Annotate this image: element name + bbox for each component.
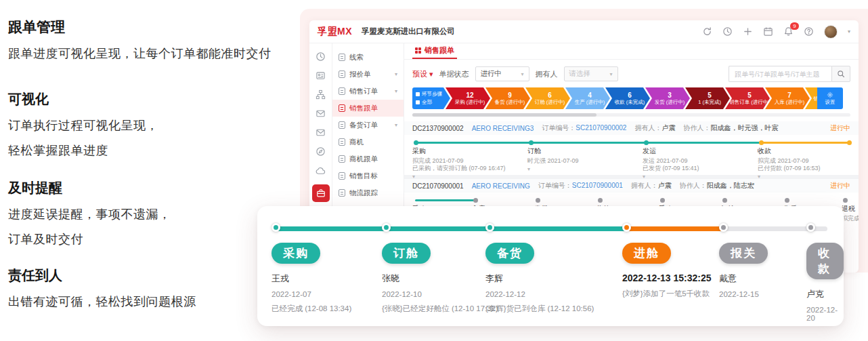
app-topbar: 孚盟MX 孚盟麦克斯进出口有限公司 9 ▾ (309, 20, 859, 43)
preset-dropdown[interactable]: 预设▾ (412, 69, 433, 79)
stage-owner: 张晓 (382, 273, 487, 285)
flow-step[interactable]: 5销售订单 (进行中) (725, 87, 770, 109)
flow-step[interactable]: 12采购 (进行中) (446, 87, 490, 109)
user-avatar[interactable] (824, 25, 838, 39)
stage-pill: 进舱 (622, 243, 671, 264)
order-stage: 采购 拟完成 2021-07-09 已采购，请安排订舱 (07-09 16:47… (412, 146, 521, 180)
page-title: 跟单管理 (8, 18, 292, 37)
stage-dot (536, 198, 540, 203)
sales-module-active-icon[interactable] (312, 184, 330, 202)
add-icon[interactable] (743, 26, 753, 37)
order-header: DC21370900002 AERO RECEIVING3 订单编号：SC210… (404, 121, 859, 135)
search-input[interactable] (729, 66, 831, 82)
stage-label: 退税 (842, 204, 859, 214)
sidebar-item-quotes[interactable]: 报价单▾ (332, 66, 404, 83)
status-select[interactable]: 进行中▾ (475, 66, 529, 81)
dashboard-clock-icon[interactable] (316, 52, 326, 62)
order-stage: 订舱 时元强 2021-07-09 ▾ (527, 146, 636, 172)
flow-step[interactable]: 9备货 (进行中) (485, 87, 530, 109)
stage-dot (529, 140, 534, 145)
stage-pill: 备货 (485, 243, 534, 264)
compass-icon[interactable] (316, 146, 326, 157)
flow-step[interactable]: 6收款 (未完成) (605, 87, 650, 109)
refresh-icon[interactable] (702, 26, 712, 37)
section-title: 责任到人 (8, 266, 292, 285)
sidebar-item-stock-orders[interactable]: 备货订单▾ (332, 117, 404, 134)
stage-detail: 已采购，请安排订舱 (07-09 16:47) (412, 165, 521, 172)
mail-secondary-icon[interactable] (316, 127, 326, 138)
order-no-link[interactable]: SC21070900001 (572, 182, 623, 189)
timeline-line-done (415, 199, 475, 201)
sidebar-item-leads[interactable]: 线索 (332, 49, 404, 66)
order-customer-link[interactable]: AERO RECEIVING (472, 182, 530, 190)
stage-note: {李辉}货已到仓库 (12-12 10:56) (485, 304, 590, 314)
flow-step[interactable]: 51 (未完成) (685, 87, 730, 109)
sidebar-item-sales-target[interactable]: 销售目标 (332, 167, 404, 184)
expand-caret[interactable]: ▾ (643, 174, 751, 180)
flow-step-label: 发货 (进行中) (649, 99, 690, 105)
sidebar-item-logistics[interactable]: 物流跟踪 (332, 184, 404, 201)
sidebar-item-label: 销售订单 (349, 87, 378, 96)
progress-node (382, 223, 391, 232)
flow-start-block[interactable]: 环节步骤 全部 (412, 87, 450, 109)
stage-flow-bar: 环节步骤 全部 12采购 (进行中) 9备货 (进行中) 6订舱 (进行中) 4… (404, 87, 859, 109)
flow-step[interactable]: 4生产 (进行中) (565, 87, 610, 109)
menu-doc-icon (339, 138, 345, 146)
progress-segment-done (386, 226, 490, 231)
flow-step[interactable]: 7入库 (进行中) (765, 87, 810, 109)
stage-date: 2022-12-20 (806, 306, 844, 322)
calendar-icon[interactable] (763, 26, 773, 37)
stage-dot (759, 140, 764, 145)
square-icon (416, 92, 420, 96)
search-button[interactable] (831, 66, 850, 82)
chevron-down-icon: ▾ (395, 71, 397, 77)
sidebar-item-sales-orders[interactable]: 销售订单▾ (332, 83, 404, 100)
sidebar-item-opportunity-tracking[interactable]: 商机跟单 (332, 151, 404, 167)
order-customer-link[interactable]: AERO RECEIVING3 (472, 125, 534, 132)
flow-settings-block[interactable]: 设置 (817, 87, 843, 109)
section-line: 订单及时交付 (8, 231, 292, 247)
stage-owner: 卢克 (806, 288, 844, 300)
brand-logo: 孚盟MX (318, 26, 352, 38)
stage-pill: 收款 (806, 243, 844, 279)
stage-owner: 王戎 (272, 273, 376, 285)
flow-step[interactable]: 3发货 (进行中) (645, 87, 690, 109)
tab-sales-tracking[interactable]: 销售跟单 (412, 43, 457, 59)
order-status-badge: 进行中 (830, 181, 850, 190)
avatar-dropdown-caret[interactable]: ▾ (848, 28, 850, 35)
menu-doc-icon (339, 172, 345, 180)
sidebar-item-opportunities[interactable]: 商机 (332, 134, 404, 151)
flow-step-label: 销售订单 (进行中) (729, 99, 770, 105)
menu-doc-icon (339, 155, 345, 163)
order-no-link[interactable]: SC21070900002 (576, 124, 626, 132)
org-chart-icon[interactable] (316, 89, 326, 100)
scrollbar-thumb[interactable] (412, 113, 596, 117)
stage-detail: 已发货 (07-09 15:41) (643, 165, 751, 172)
owner-select[interactable]: 请选择▾ (564, 66, 618, 81)
expand-caret[interactable]: ▾ (412, 174, 521, 180)
status-filter-label: 单据状态 (439, 69, 469, 79)
flow-step[interactable]: 6订舱 (进行中) (525, 87, 570, 109)
chevron-down-icon: ▾ (521, 71, 524, 77)
mail-icon[interactable] (316, 108, 326, 119)
sidebar-item-sales-tracking[interactable]: 销售跟单 (332, 100, 404, 117)
gear-icon (827, 92, 833, 98)
flow-step-count: 9 (490, 92, 530, 99)
timeline-line-pending (762, 142, 850, 144)
order-status-badge: 进行中 (830, 123, 850, 133)
stage-owner: 李辉 (485, 273, 590, 285)
sidebar-item-label: 线索 (349, 53, 364, 62)
topbar-icons: 9 ▾ (702, 25, 850, 39)
order-progress-card: 采购 王戎 2022-12-07 已经完成 (12-08 13:34) 订舱 张… (257, 206, 844, 326)
notification-bell-icon[interactable]: 9 (783, 26, 794, 37)
help-icon[interactable] (804, 26, 814, 37)
cloud-icon[interactable] (316, 165, 326, 176)
expand-caret[interactable]: ▾ (527, 166, 636, 172)
stage-detail: 时元强 2021-07-09 (527, 157, 636, 165)
contacts-icon[interactable] (316, 71, 326, 81)
chevron-down-icon: ▾ (395, 88, 397, 94)
flow-step-label: 收款 (未完成) (609, 99, 650, 105)
history-icon[interactable] (722, 26, 733, 37)
expand-caret[interactable]: ▾ (758, 174, 859, 180)
horizontal-scrollbar[interactable] (412, 113, 850, 117)
